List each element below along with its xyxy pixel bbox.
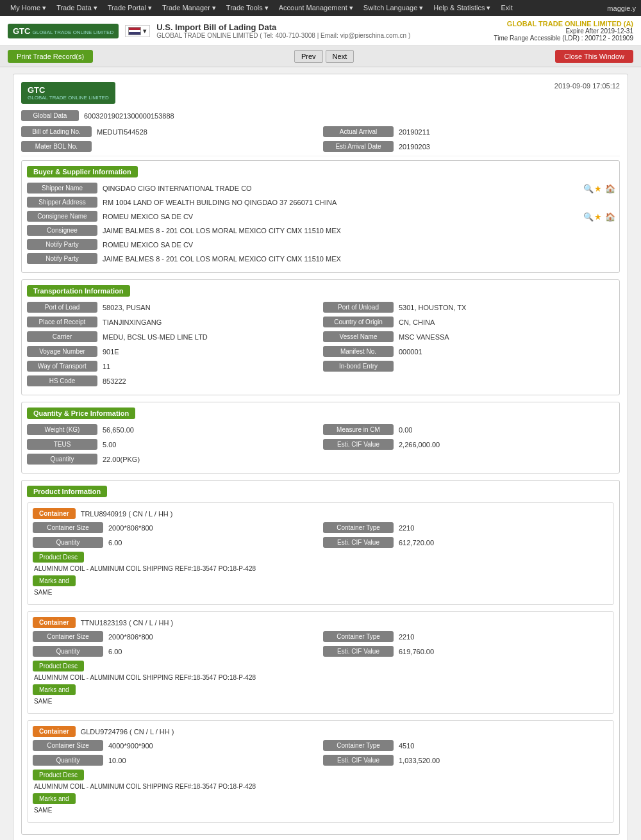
in-bond-label: In-bond Entry [323,361,394,372]
teus-label: TEUS [27,439,97,450]
company-name: GLOBAL TRADE ONLINE LIMITED (A) [494,20,633,28]
container-1-type-label: Container Type [323,631,394,642]
product-header: Product Information [27,486,107,497]
nav-trade-data[interactable]: Trade Data ▾ [51,3,103,13]
consignee-name-row: Consignee Name ROMEU MEXICO SA DE CV 🔍 ★… [27,211,614,222]
container-0-marks-text: SAME [33,589,608,596]
container-2-button[interactable]: Container [33,726,76,737]
container-1-button[interactable]: Container [33,617,76,628]
container-0-qty-cif-row: Quantity 6.00 Esti. CIF Value 612,720.00 [33,537,608,548]
bol-row: Bill of Lading No. MEDUTI544528 Actual A… [21,126,620,137]
nav-my-home[interactable]: My Home ▾ [5,3,51,13]
esti-cif-value: 2,266,000.00 [399,441,440,449]
container-0-cif-label: Esti. CIF Value [323,537,394,548]
container-1-size-label: Container Size [33,631,103,642]
notify-party-2-label: Notify Party [27,253,97,264]
record-logo-text: GTC [28,85,109,95]
bol-col: Bill of Lading No. MEDUTI544528 [21,126,318,137]
record-timestamp: 2019-09-09 17:05:12 [554,82,620,90]
container-0-product-desc-btn[interactable]: Product Desc [33,552,84,563]
record-card: GTC GLOBAL TRADE ONLINE LIMITED 2019-09-… [13,74,628,840]
shipper-star-icon[interactable]: ★ [594,184,603,193]
container-1-qty-cif-row: Quantity 6.00 Esti. CIF Value 619,760.00 [33,646,608,657]
nav-trade-tools[interactable]: Trade Tools ▾ [221,3,274,13]
nav-account-management[interactable]: Account Management ▾ [274,3,358,13]
print-button-top[interactable]: Print Trade Record(s) [8,50,93,63]
measure-label: Measure in CM [323,424,394,435]
container-2-size-value: 4000*900*900 [108,742,153,750]
container-2-marks-btn[interactable]: Marks and [33,793,76,804]
container-2-size-type-row: Container Size 4000*900*900 Container Ty… [33,740,608,751]
notify-party-2-value: JAIME BALMES 8 - 201 COL LOS MORAL MEXIC… [103,255,614,263]
vessel-label: Vessel Name [323,331,394,342]
nav-trade-portal[interactable]: Trade Portal ▾ [103,3,157,13]
top-navigation: My Home ▾ Trade Data ▾ Trade Portal ▾ Tr… [0,0,641,16]
nav-help-statistics[interactable]: Help & Statistics ▾ [428,3,495,13]
country-origin-label: Country of Origin [323,317,394,327]
container-0-cif-value: 612,720.00 [399,539,434,547]
voyage-label: Voyage Number [27,346,97,357]
container-2-marks-text: SAME [33,807,608,814]
flag-dropdown-icon: ▾ [143,27,147,35]
shipper-home-icon[interactable]: 🏠 [605,184,614,193]
hs-code-row: HS Code 853222 [27,375,614,386]
consignee-home-icon[interactable]: 🏠 [605,212,614,221]
next-button-top[interactable]: Next [326,50,354,63]
consignee-row: Consignee JAIME BALMES 8 - 201 COL LOS M… [27,225,614,236]
teus-col: TEUS 5.00 [27,439,318,450]
hs-code-label: HS Code [27,375,97,386]
mater-bol-label: Mater BOL No. [21,141,92,152]
consignee-search-icon[interactable]: 🔍 [583,212,592,221]
container-0-qty-label: Quantity [33,537,103,548]
notify-party-1-label: Notify Party [27,239,97,250]
in-bond-col: In-bond Entry [323,361,614,372]
container-2-qty-value: 10.00 [108,757,126,764]
close-button-top[interactable]: Close This Window [555,50,633,63]
way-transport-value: 11 [103,363,110,370]
container-0-button[interactable]: Container [33,508,76,519]
shipper-name-icons: 🔍 ★ 🏠 [583,184,614,193]
flag-selector[interactable]: ▾ [125,25,150,37]
container-2-product-desc-btn[interactable]: Product Desc [33,770,84,780]
consignee-name-value: ROMEU MEXICO SA DE CV [103,213,581,220]
transportation-section: Transportation Information Port of Load … [21,279,620,395]
container-2-type-label: Container Type [323,740,394,751]
esti-arrival-col: Esti Arrival Date 20190203 [323,141,620,152]
container-0-marks-btn[interactable]: Marks and [33,575,76,586]
container-1-marks-btn[interactable]: Marks and [33,684,76,695]
actual-arrival-label: Actual Arrival [323,126,394,137]
shipper-search-icon[interactable]: 🔍 [583,184,592,193]
country-origin-col: Country of Origin CN, CHINA [323,317,614,327]
port-load-col: Port of Load 58023, PUSAN [27,302,318,313]
prev-button-top[interactable]: Prev [294,50,323,63]
container-1-product-desc-btn[interactable]: Product Desc [33,661,84,671]
nav-menu: My Home ▾ Trade Data ▾ Trade Portal ▾ Tr… [5,3,518,13]
weight-value: 56,650.00 [103,426,134,434]
teus-value: 5.00 [103,441,116,449]
nav-switch-language[interactable]: Switch Language ▾ [358,3,428,13]
mater-bol-row: Mater BOL No. Esti Arrival Date 20190203 [21,141,620,152]
nav-exit[interactable]: Exit [495,3,517,13]
consignee-star-icon[interactable]: ★ [594,212,603,221]
nav-trade-manager[interactable]: Trade Manager ▾ [157,3,221,13]
us-flag-icon [128,27,141,35]
record-header: GTC GLOBAL TRADE ONLINE LIMITED 2019-09-… [21,82,620,104]
expire-info: Expire After 2019-12-31 [494,28,633,35]
consignee-name-icons: 🔍 ★ 🏠 [583,212,614,221]
container-0-size-label: Container Size [33,522,103,533]
global-data-row: Global Data 60032019021300000153888 [21,110,620,121]
weight-col: Weight (KG) 56,650.00 [27,424,318,435]
container-2-cif-col: Esti. CIF Value 1,033,520.00 [323,755,608,766]
container-1-product-desc-row: Product Desc [33,661,608,671]
actual-arrival-value: 20190211 [399,128,430,136]
consignee-name-label: Consignee Name [27,211,97,222]
shipper-name-value: QINGDAO CIGO INTERNATIONAL TRADE CO [103,185,581,192]
vessel-value: MSC VANESSA [399,333,449,341]
port-load-value: 58023, PUSAN [103,304,151,311]
transportation-header: Transportation Information [27,285,130,297]
quantity-label: Quantity [27,454,97,465]
container-0-size-type-row: Container Size 2000*806*800 Container Ty… [33,522,608,533]
port-unload-label: Port of Unload [323,302,394,313]
time-range: Time Range Accessible (LDR) : 200712 - 2… [494,35,633,42]
hs-code-value: 853222 [103,377,614,385]
